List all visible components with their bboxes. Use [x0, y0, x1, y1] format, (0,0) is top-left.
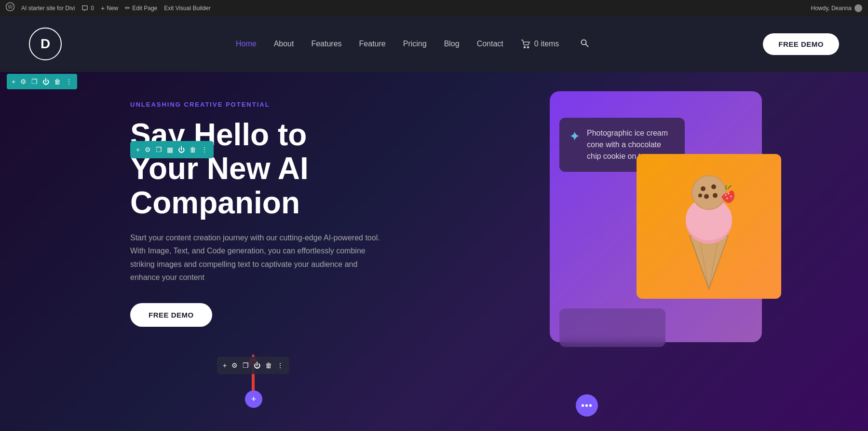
howdy-text: Howdy, Deanna [811, 4, 863, 12]
divi-toolbar-group: + ⚙ ❐ ⏻ 🗑 ⋮ [7, 74, 77, 89]
svg-point-20 [728, 193, 730, 195]
section-layout-icon[interactable]: ▦ [167, 146, 173, 153]
btn-toolbar-add-icon[interactable]: + [223, 361, 227, 369]
button-toolbar: + ⚙ ❐ ⏻ 🗑 ⋮ [217, 357, 289, 374]
nav-blog[interactable]: Blog [444, 40, 460, 48]
toolbar-clone-icon[interactable]: ❐ [31, 78, 38, 85]
admin-bar-left: W AI starter site for Divi 0 + New ✏ Edi… [6, 2, 803, 14]
svg-point-21 [731, 196, 732, 197]
admin-bar: W AI starter site for Divi 0 + New ✏ Edi… [0, 0, 868, 16]
toolbar-more-icon[interactable]: ⋮ [66, 78, 72, 85]
toolbar-gear-icon[interactable]: ⚙ [20, 78, 27, 85]
section-delete-icon[interactable]: 🗑 [190, 146, 196, 153]
ice-cream-image [637, 154, 781, 299]
nav-home[interactable]: Home [236, 40, 257, 48]
nav-menu: Home About Features Feature Pricing Blog… [62, 39, 763, 50]
exit-builder-link[interactable]: Exit Visual Builder [164, 5, 211, 12]
nav-pricing[interactable]: Pricing [403, 40, 427, 48]
toolbar-add-icon[interactable]: + [12, 78, 15, 85]
section-add-icon[interactable]: + [136, 146, 140, 153]
btn-toolbar-more-icon[interactable]: ⋮ [277, 361, 284, 369]
hero-right: ✦ Photographic ice cream cone with a cho… [550, 91, 781, 361]
floating-menu-button[interactable]: ••• [576, 394, 598, 417]
comments-link[interactable]: 0 [81, 5, 94, 12]
page-content: + ⚙ ❐ ⏻ 🗑 ⋮ + ⚙ ❐ ▦ ⏻ 🗑 ⋮ UNLEASHING CRE… [0, 72, 868, 431]
wp-logo-icon[interactable]: W [6, 2, 14, 14]
site-name[interactable]: AI starter site for Divi [21, 5, 75, 12]
toolbar-disable-icon[interactable]: ⏻ [42, 78, 49, 85]
site-logo[interactable]: D [29, 28, 62, 60]
hero-title: Say Hello to Your New AI Companion [130, 118, 381, 220]
section-clone-icon[interactable]: ❐ [156, 146, 162, 153]
admin-bar-right: Howdy, Deanna [811, 4, 863, 12]
svg-text:W: W [8, 4, 13, 10]
divi-top-toolbar: + ⚙ ❐ ⏻ 🗑 ⋮ [0, 72, 84, 91]
ice-cream-illustration [661, 159, 757, 294]
section-more-icon[interactable]: ⋮ [201, 146, 208, 153]
avatar [854, 4, 862, 12]
nav-features[interactable]: Features [311, 40, 341, 48]
add-module-button[interactable]: + [245, 390, 262, 408]
svg-point-3 [527, 47, 529, 48]
main-header: D Home About Features Feature Pricing Bl… [0, 16, 868, 72]
svg-marker-6 [690, 236, 728, 289]
svg-line-5 [585, 44, 588, 47]
toolbar-delete-icon[interactable]: 🗑 [54, 78, 61, 85]
btn-toolbar-disable-icon[interactable]: ⏻ [254, 361, 260, 369]
edit-page-link[interactable]: ✏ Edit Page [125, 4, 157, 12]
svg-point-2 [524, 47, 525, 48]
btn-toolbar-delete-icon[interactable]: 🗑 [265, 361, 272, 369]
section-gear-icon[interactable]: ⚙ [145, 146, 151, 153]
cart-link[interactable]: 0 items [521, 40, 559, 48]
svg-point-16 [704, 194, 709, 199]
free-demo-header-button[interactable]: FREE DEMO [763, 33, 839, 55]
sparkle-icon: ✦ [569, 128, 580, 144]
svg-point-13 [692, 176, 725, 209]
bottom-blurred-card [559, 308, 665, 347]
cart-count: 0 items [534, 40, 559, 48]
nav-about[interactable]: About [274, 40, 294, 48]
hero-cta-button[interactable]: FREE DEMO [130, 303, 212, 327]
svg-point-19 [725, 195, 727, 196]
svg-point-14 [701, 186, 705, 191]
nav-contact[interactable]: Contact [477, 40, 503, 48]
hero-description: Start your content creation journey with… [130, 231, 381, 284]
svg-point-22 [727, 198, 728, 199]
btn-toolbar-gear-icon[interactable]: ⚙ [231, 361, 238, 369]
section-toolbar: + ⚙ ❐ ▦ ⏻ 🗑 ⋮ [130, 141, 214, 158]
nav-feature[interactable]: Feature [359, 40, 386, 48]
hero-left: UNLEASHING CREATIVE POTENTIAL Say Hello … [130, 101, 381, 327]
svg-point-15 [711, 184, 716, 189]
new-link[interactable]: + New [101, 4, 118, 12]
svg-point-17 [713, 193, 718, 198]
section-disable-icon[interactable]: ⏻ [178, 146, 185, 153]
hero-subtitle: UNLEASHING CREATIVE POTENTIAL [130, 101, 381, 108]
svg-point-18 [698, 194, 702, 197]
btn-toolbar-clone-icon[interactable]: ❐ [243, 361, 249, 369]
search-icon[interactable] [580, 39, 589, 50]
